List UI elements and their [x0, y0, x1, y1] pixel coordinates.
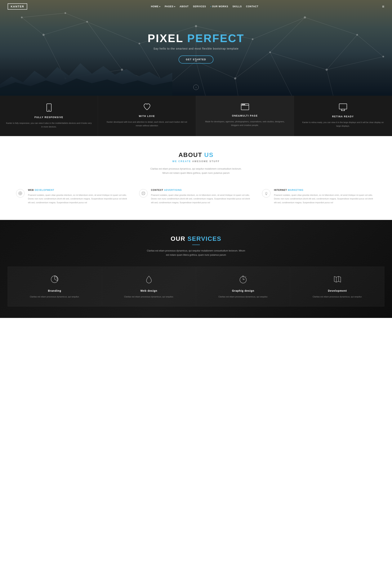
svg-line-71	[342, 109, 342, 111]
timer-icon	[200, 274, 286, 286]
monitor-icon	[300, 103, 386, 112]
service-development-desc: Claritas est etiam processus dynamicus, …	[294, 295, 380, 298]
section-divider	[192, 244, 200, 245]
nav-pages[interactable]: PAGES	[164, 5, 175, 8]
feature-desc-multipage: Made for developers, agencies, photograp…	[202, 120, 288, 127]
svg-line-90	[265, 192, 266, 193]
service-development: Development Claritas est etiam processus…	[290, 267, 384, 306]
mobile-icon	[6, 103, 92, 113]
about-subtitle-rest: AWESOME STUFF	[191, 160, 220, 163]
about-feature-internet: INTERNET MARKETING Praesent sodales, qua…	[258, 185, 380, 208]
hero-section: PIXEL PERFECT Say hello to the smartest …	[0, 0, 392, 96]
svg-line-85	[144, 192, 144, 192]
feature-desc-love: Kanter developed with love and attention…	[104, 120, 190, 127]
nav-links: HOME PAGES ABOUT SERVICES OUR WORKS SKIL…	[151, 5, 258, 8]
services-content: OUR SERVICES Claritas est etiam processu…	[8, 235, 384, 306]
map-icon	[294, 274, 380, 286]
svg-point-51	[21, 16, 22, 18]
features-section: FULLY RESPONSIVE Kanter is fully respons…	[0, 96, 392, 136]
svg-line-20	[22, 18, 44, 35]
svg-line-6	[357, 35, 384, 57]
mountains-background	[0, 58, 172, 96]
logo[interactable]: KANTER	[8, 4, 27, 10]
svg-point-68	[243, 104, 244, 105]
nav-about[interactable]: ABOUT	[180, 5, 189, 8]
hero-title-white: PIXEL	[148, 32, 187, 44]
svg-line-5	[305, 18, 357, 35]
svg-line-29	[270, 52, 296, 96]
hero-title: PIXEL PERFECT	[148, 32, 244, 44]
svg-point-76	[20, 193, 21, 194]
services-section: OUR SERVICES Claritas est etiam processu…	[0, 220, 392, 318]
nav-skills[interactable]: SKILLS	[232, 5, 242, 8]
svg-point-69	[244, 104, 245, 105]
services-grid: Branding Claritas est etiam processus dy…	[8, 267, 384, 306]
service-branding-desc: Claritas est etiam processus dynamicus, …	[12, 295, 98, 298]
svg-point-37	[42, 34, 44, 36]
about-desc: Claritas est etiam processus dynamicus, …	[150, 167, 242, 175]
hero-title-blue: PERFECT	[187, 32, 244, 44]
about-feature-context-title: CONTEXT ADVERTISING	[151, 189, 253, 192]
svg-line-19	[270, 18, 305, 52]
svg-point-38	[86, 21, 88, 22]
lightbulb-icon	[262, 189, 270, 198]
services-title-white: OUR	[170, 235, 188, 242]
svg-line-95	[243, 279, 245, 280]
nav-contact[interactable]: CONTACT	[246, 5, 258, 8]
about-feature-web-desc: Praesent sodales, quam vitae gravida int…	[28, 193, 130, 204]
about-feature-internet-title: INTERNET MARKETING	[274, 189, 376, 192]
hero-subtitle: Say hello to the smartest and most flexi…	[148, 47, 244, 50]
hero-content: PIXEL PERFECT Say hello to the smartest …	[148, 32, 244, 64]
hamburger-icon[interactable]: ≡	[382, 4, 384, 9]
target-icon	[16, 189, 24, 198]
svg-point-42	[304, 16, 306, 18]
svg-line-72	[344, 109, 344, 111]
svg-point-49	[269, 52, 271, 53]
service-development-title: Development	[294, 289, 380, 292]
svg-line-30	[327, 70, 340, 96]
svg-line-97	[246, 276, 246, 277]
svg-line-14	[327, 35, 357, 70]
about-feature-internet-text: INTERNET MARKETING Praesent sodales, qua…	[274, 189, 376, 204]
feature-love: WITH LOVE Kanter developed with love and…	[98, 96, 196, 136]
services-title: OUR SERVICES	[8, 235, 384, 242]
feature-title-multipage: ONE&MULTI PAGE	[202, 114, 288, 117]
about-feature-context: CONTEXT ADVERTISING Praesent sodales, qu…	[134, 185, 258, 208]
chevron-down-icon: ↓	[196, 86, 196, 88]
svg-line-27	[196, 61, 209, 96]
svg-marker-98	[334, 276, 341, 282]
about-subtitle-blue: WE CREATE	[172, 160, 191, 163]
feature-title-retina: RETINA READY	[300, 115, 386, 118]
service-webdesign: Web design Claritas est etiam processus …	[102, 267, 196, 306]
svg-point-53	[382, 56, 384, 58]
svg-line-23	[327, 57, 384, 70]
services-desc: Claritas est etiam processus dynamicus, …	[146, 249, 246, 257]
about-feature-internet-desc: Praesent sodales, quam vitae gravida int…	[274, 193, 376, 204]
about-feature-context-desc: Praesent sodales, quam vitae gravida int…	[151, 193, 253, 204]
svg-line-91	[267, 192, 268, 193]
about-section: ABOUT US WE CREATE AWESOME STUFF Clarita…	[0, 136, 392, 220]
svg-point-39	[138, 43, 140, 44]
nav-services[interactable]: SERVICES	[193, 5, 206, 8]
scroll-down-button[interactable]: ↓	[193, 84, 199, 90]
get-started-button[interactable]: GET STARTED	[178, 56, 214, 64]
nav-home[interactable]: HOME	[151, 5, 160, 8]
about-title: ABOUT US	[8, 152, 384, 158]
feature-responsive: FULLY RESPONSIVE Kanter is fully respons…	[0, 96, 98, 136]
svg-line-83	[142, 192, 142, 192]
pie-chart-icon	[12, 274, 98, 286]
service-branding: Branding Claritas est etiam processus dy…	[8, 267, 102, 306]
feature-title-responsive: FULLY RESPONSIVE	[6, 116, 92, 119]
feature-title-love: WITH LOVE	[104, 115, 190, 118]
about-feature-context-text: CONTEXT ADVERTISING Praesent sodales, qu…	[151, 189, 253, 204]
service-graphicdesign-desc: Claritas est etiam processus dynamicus, …	[200, 295, 286, 298]
window-icon	[202, 103, 288, 112]
service-branding-title: Branding	[12, 289, 98, 292]
about-title-blue: US	[204, 152, 214, 158]
about-title-white: ABOUT	[178, 152, 204, 158]
svg-line-13	[270, 52, 327, 70]
svg-line-4	[253, 18, 305, 39]
nav-our-works[interactable]: OUR WORKS	[210, 5, 228, 8]
heart-icon	[104, 103, 190, 112]
navigation: KANTER HOME PAGES ABOUT SERVICES OUR WOR…	[0, 0, 392, 13]
